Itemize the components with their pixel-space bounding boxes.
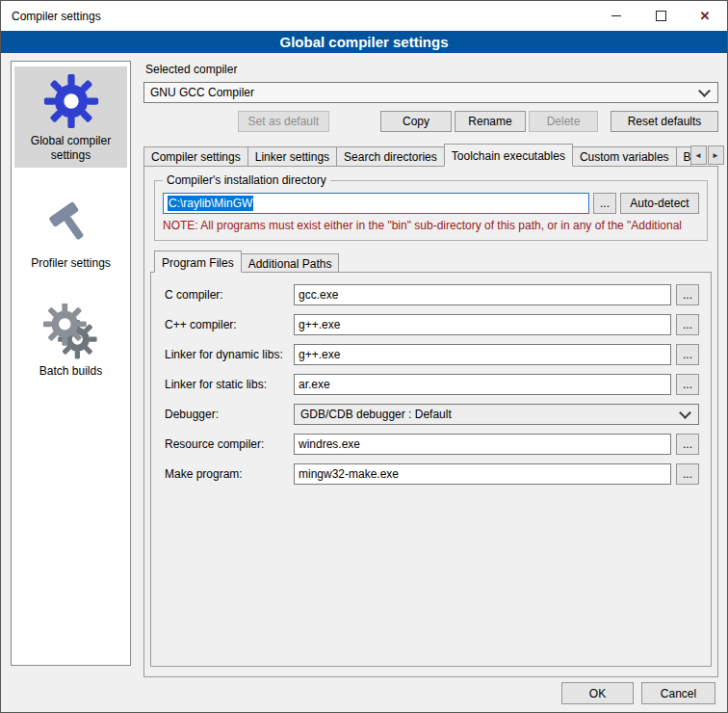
linker-dynamic-row: Linker for dynamic libs:g++.exe... (165, 344, 699, 365)
settings-category-sidebar: Global compiler settingsProfiler setting… (11, 61, 131, 666)
sidebar-item-label: Global compiler settings (16, 134, 125, 163)
tab-search-directories[interactable]: Search directories (336, 146, 445, 167)
sidebar-item-batch-builds[interactable]: Batch builds (14, 297, 127, 383)
cpp-compiler-browse-button[interactable]: ... (676, 314, 699, 335)
program-files-panel: C compiler:gcc.exe...C++ compiler:g++.ex… (150, 272, 712, 667)
window-title: Compiler settings (1, 10, 101, 23)
ok-button[interactable]: OK (561, 682, 634, 704)
tab-scroll-right-button[interactable]: ► (708, 145, 724, 165)
chevron-down-icon (698, 85, 711, 97)
compiler-select-value: GNU GCC Compiler (150, 86, 254, 99)
linker-dynamic-label: Linker for dynamic libs: (165, 348, 294, 361)
linker-static-label: Linker for static libs: (165, 378, 294, 391)
maximize-button[interactable] (638, 1, 683, 31)
toolchain-executables-page: Compiler's installation directory C:\ray… (143, 166, 718, 677)
install-dir-group: Compiler's installation directory C:\ray… (154, 180, 708, 241)
resource-compiler-value: windres.exe (299, 437, 360, 451)
make-program-row: Make program:mingw32-make.exe... (165, 463, 699, 485)
c-compiler-browse-button[interactable]: ... (676, 284, 699, 305)
resource-compiler-label: Resource compiler: (165, 437, 294, 451)
compiler-actions-row: Set as defaultCopyRenameDeleteReset defa… (143, 111, 718, 132)
sidebar-item-label: Profiler settings (16, 256, 125, 271)
linker-static-input[interactable]: ar.exe (294, 374, 671, 395)
c-compiler-input[interactable]: gcc.exe (294, 284, 671, 305)
compiler-settings-window: Compiler settings ✕ Global compiler sett… (0, 0, 728, 713)
minimize-icon (611, 15, 621, 16)
install-dir-browse-button[interactable]: ... (593, 193, 616, 214)
delete-button[interactable]: Delete (529, 111, 598, 132)
sidebar-item-profiler-settings[interactable]: Profiler settings (14, 189, 127, 276)
gear-icon (43, 73, 99, 129)
c-compiler-label: C compiler: (165, 288, 294, 302)
resource-compiler-input[interactable]: windres.exe (294, 434, 671, 455)
tab-custom-variables[interactable]: Custom variables (572, 146, 677, 167)
resource-compiler-row: Resource compiler:windres.exe... (165, 434, 699, 455)
settings-tab-strip: Compiler settingsLinker settingsSearch d… (143, 144, 718, 167)
linker-dynamic-input[interactable]: g++.exe (294, 344, 671, 365)
debugger-select-value: GDB/CDB debugger : Default (300, 408, 452, 421)
reset-defaults-button[interactable]: Reset defaults (611, 111, 718, 132)
tab-scroll-left-button[interactable]: ◄ (690, 145, 707, 165)
debugger-row: Debugger:GDB/CDB debugger : Default (165, 404, 699, 425)
make-program-input[interactable]: mingw32-make.exe (294, 463, 671, 485)
install-dir-group-label: Compiler's installation directory (163, 173, 330, 187)
debugger-select[interactable]: GDB/CDB debugger : Default (294, 404, 699, 425)
debugger-label: Debugger: (165, 408, 294, 421)
auto-detect-button[interactable]: Auto-detect (620, 193, 699, 214)
subtab-additional-paths[interactable]: Additional Paths (241, 253, 340, 273)
selected-compiler-label: Selected compiler (145, 63, 718, 77)
set-default-button[interactable]: Set as default (238, 111, 329, 132)
cpp-compiler-label: C++ compiler: (165, 318, 294, 331)
compiler-select[interactable]: GNU GCC Compiler (143, 82, 718, 103)
linker-static-row: Linker for static libs:ar.exe... (165, 374, 699, 395)
sidebar-item-label: Batch builds (16, 364, 125, 379)
maximize-icon (656, 11, 666, 21)
tab-linker-settings[interactable]: Linker settings (247, 146, 337, 167)
make-program-value: mingw32-make.exe (299, 467, 399, 481)
install-dir-value: C:\raylib\MinGW (168, 196, 253, 211)
close-icon: ✕ (700, 9, 711, 23)
tab-compiler-settings[interactable]: Compiler settings (143, 146, 248, 167)
make-program-browse-button[interactable]: ... (676, 463, 699, 485)
tab-build-options[interactable]: Buil (676, 146, 691, 167)
c-compiler-row: C compiler:gcc.exe... (165, 284, 699, 305)
make-program-label: Make program: (165, 467, 294, 481)
program-files-tab-strip: Program FilesAdditional Paths (154, 251, 708, 273)
minimize-button[interactable] (594, 1, 638, 31)
cpp-compiler-input[interactable]: g++.exe (294, 314, 671, 335)
linker-dynamic-browse-button[interactable]: ... (676, 344, 699, 365)
tab-scroll-arrows: ◄► (690, 145, 724, 167)
hammer-icon (43, 196, 99, 251)
sidebar-item-global-compiler-settings[interactable]: Global compiler settings (14, 66, 127, 168)
c-compiler-value: gcc.exe (299, 288, 338, 302)
titlebar: Compiler settings ✕ (1, 1, 727, 31)
install-dir-row: C:\raylib\MinGW ... Auto-detect (163, 193, 699, 214)
cancel-button[interactable]: Cancel (641, 682, 715, 704)
linker-static-value: ar.exe (299, 378, 330, 391)
chevron-down-icon (679, 407, 691, 419)
install-dir-input[interactable]: C:\raylib\MinGW (163, 193, 589, 214)
cpp-compiler-value: g++.exe (299, 318, 340, 331)
close-button[interactable]: ✕ (683, 1, 727, 31)
dialog-header-title: Global compiler settings (1, 31, 727, 53)
linker-dynamic-value: g++.exe (299, 348, 340, 361)
main-panel: Selected compiler GNU GCC Compiler Set a… (143, 61, 718, 677)
window-controls: ✕ (594, 1, 727, 31)
tab-toolchain-executables[interactable]: Toolchain executables (444, 144, 573, 167)
cpp-compiler-row: C++ compiler:g++.exe... (165, 314, 699, 335)
resource-compiler-browse-button[interactable]: ... (676, 434, 699, 455)
gears-stack-icon (43, 304, 99, 359)
linker-static-browse-button[interactable]: ... (676, 374, 699, 395)
dialog-footer: OK Cancel (561, 682, 715, 704)
rename-button[interactable]: Rename (455, 111, 526, 132)
subtab-program-files[interactable]: Program Files (154, 251, 242, 273)
install-dir-note: NOTE: All programs must exist either in … (163, 219, 699, 232)
copy-button[interactable]: Copy (380, 111, 452, 132)
